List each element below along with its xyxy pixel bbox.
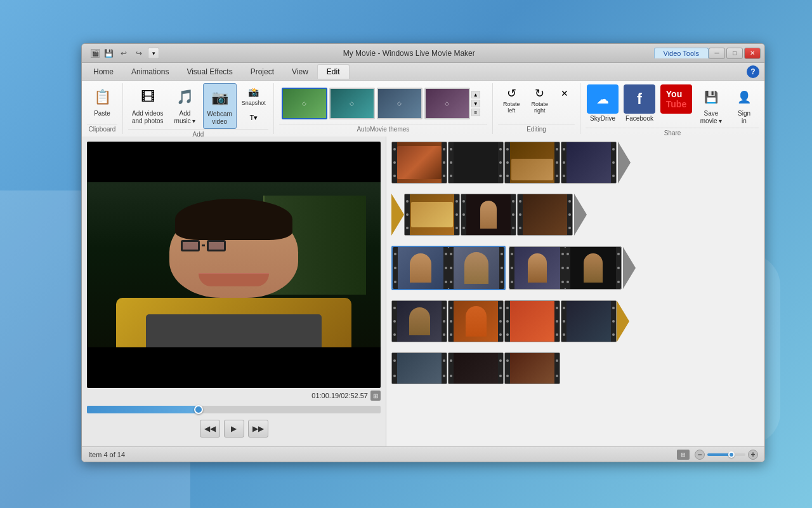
theme-2[interactable]: ◇ <box>329 88 375 119</box>
window-title: My Movie - Windows Live Movie Maker <box>164 49 654 58</box>
help-button[interactable]: ? <box>747 65 759 78</box>
add-caption-button[interactable]: T▾ <box>239 109 268 126</box>
tab-edit[interactable]: Edit <box>317 64 350 79</box>
save-button[interactable]: 💾 <box>102 47 115 60</box>
window-controls: ─ □ ✕ <box>709 48 761 59</box>
timeline-row-2 <box>391 194 759 236</box>
zoom-slider[interactable] <box>707 453 745 456</box>
redo-button[interactable]: ↪ <box>133 47 145 60</box>
caption-icon: T▾ <box>246 110 261 125</box>
film-clip-6[interactable] <box>461 194 516 236</box>
theme-1[interactable]: ◇ <box>282 88 327 119</box>
theme-4[interactable]: ◇ <box>424 88 470 119</box>
zoom-control: − + <box>695 450 758 460</box>
undo-button[interactable]: ↩ <box>117 47 130 60</box>
film-clip-1[interactable] <box>391 142 447 184</box>
film-clip-15[interactable] <box>561 300 617 342</box>
rotate-right-icon: ↻ <box>532 86 547 101</box>
webcam-icon: 📷 <box>208 86 231 109</box>
film-clip-5[interactable] <box>404 194 460 236</box>
film-clip-8-selected[interactable] <box>393 247 449 289</box>
progress-handle[interactable] <box>194 405 203 414</box>
row4-end-arrow <box>617 300 629 342</box>
sign-in-button[interactable]: 👤 Signin <box>729 83 759 128</box>
video-controls-bar: 01:00.19/02:52.57 ⊞ <box>87 388 381 403</box>
back-button[interactable]: ◀◀ <box>200 420 220 438</box>
add-music-icon: 🎵 <box>174 86 197 109</box>
film-clip-11[interactable] <box>565 247 621 289</box>
paste-button[interactable]: 📋 Paste <box>87 83 117 120</box>
film-clip-17[interactable] <box>448 352 504 384</box>
rotate-right-button[interactable]: ↻ Rotateright <box>526 83 553 116</box>
add-music-button[interactable]: 🎵 Addmusic ▾ <box>170 83 200 128</box>
paste-icon: 📋 <box>91 86 114 109</box>
themes-scroll-down[interactable]: ▼ <box>471 100 480 107</box>
maximize-button[interactable]: □ <box>726 48 743 59</box>
clipboard-label: Clipboard <box>87 124 117 134</box>
zoom-handle[interactable] <box>728 451 735 458</box>
film-clip-13[interactable] <box>448 300 504 342</box>
section-arrow-2 <box>574 194 587 236</box>
webcam-video-button[interactable]: 📷 Webcamvideo <box>203 83 237 129</box>
timeline-row-1 <box>391 142 759 184</box>
snapshot-label: Snapshot <box>242 100 266 106</box>
storyboard-view-icon[interactable]: ⊞ <box>677 450 690 460</box>
film-clip-12[interactable] <box>391 300 447 342</box>
snapshot-button[interactable]: 📸 Snapshot <box>239 83 268 107</box>
tab-animations[interactable]: Animations <box>122 65 178 79</box>
add-music-label: Addmusic ▾ <box>174 110 196 125</box>
ribbon-tab-bar: Home Animations Visual Effects Project V… <box>82 63 764 81</box>
title-bar: 🎬 💾 ↩ ↪ ▾ My Movie - Windows Live Movie … <box>82 44 764 63</box>
section-arrow-3 <box>623 247 636 289</box>
rotate-left-label: Rotateleft <box>503 101 520 114</box>
film-clip-7[interactable] <box>517 194 573 236</box>
facebook-button[interactable]: f Facebook <box>622 83 657 124</box>
add-videos-button[interactable]: 🎞 Add videosand photos <box>128 83 167 128</box>
skydrive-icon: ☁ <box>587 84 619 114</box>
themes-expand[interactable]: ≡ <box>471 109 480 116</box>
tab-home[interactable]: Home <box>84 65 122 79</box>
expand-button[interactable]: ⊞ <box>370 391 381 401</box>
forward-button[interactable]: ▶▶ <box>248 420 268 438</box>
tab-view[interactable]: View <box>283 65 317 79</box>
film-clip-9-selected[interactable] <box>449 247 504 289</box>
film-clip-4[interactable] <box>561 142 617 184</box>
rotate-left-icon: ↺ <box>504 86 519 101</box>
film-clip-18[interactable] <box>504 352 560 384</box>
progress-bar[interactable] <box>87 406 381 413</box>
main-content: 01:00.19/02:52.57 ⊞ ◀◀ ▶ <box>82 137 764 446</box>
film-clip-14[interactable] <box>504 300 560 342</box>
skydrive-button[interactable]: ☁ SkyDrive <box>586 83 620 124</box>
section-arrow-1 <box>618 142 631 184</box>
status-bar: Item 4 of 14 ⊞ − + <box>82 446 764 462</box>
timeline-row-4 <box>391 300 759 342</box>
status-bar-right: ⊞ − + <box>677 450 758 460</box>
back-icon: ◀◀ <box>204 424 216 433</box>
add-videos-icon: 🎞 <box>136 86 159 109</box>
themes-area: ◇ ◇ ◇ <box>279 88 487 119</box>
film-clip-10[interactable] <box>509 247 565 289</box>
youtube-button[interactable]: YouTube <box>659 83 693 115</box>
zoom-in-button[interactable]: + <box>748 450 758 460</box>
tab-project[interactable]: Project <box>242 65 283 79</box>
minimize-button[interactable]: ─ <box>709 48 725 59</box>
zoom-out-button[interactable]: − <box>695 450 705 460</box>
snapshot-icon: 📸 <box>246 84 261 100</box>
rotate-left-button[interactable]: ↺ Rotateleft <box>498 83 525 116</box>
film-clip-3[interactable] <box>504 142 560 184</box>
video-content <box>87 182 381 347</box>
film-clip-16[interactable] <box>391 352 447 384</box>
quick-access-menu-button[interactable]: ▾ <box>148 48 159 59</box>
film-clip-2[interactable] <box>448 142 504 184</box>
film-strip-2 <box>404 194 573 236</box>
play-button[interactable]: ▶ <box>224 420 244 438</box>
facebook-label: Facebook <box>625 115 653 123</box>
save-movie-button[interactable]: 💾 Savemovie ▾ <box>696 83 726 128</box>
editing-label: Editing <box>498 124 575 134</box>
timeline-panel[interactable] <box>386 137 764 446</box>
theme-3[interactable]: ◇ <box>377 88 422 119</box>
themes-scroll-up[interactable]: ▲ <box>471 91 480 98</box>
close-button[interactable]: ✕ <box>744 48 761 59</box>
more-editing-button[interactable]: ✕ <box>554 83 575 116</box>
tab-visual-effects[interactable]: Visual Effects <box>178 65 241 79</box>
